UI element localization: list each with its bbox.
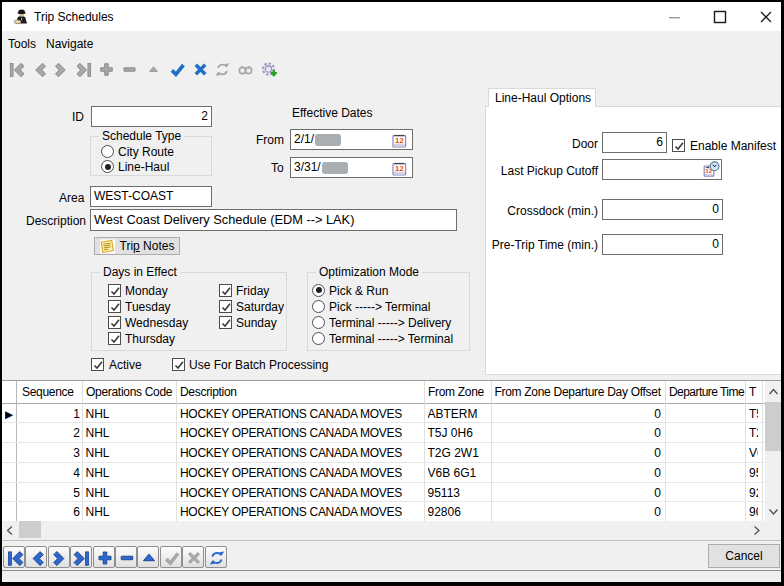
svg-text:12: 12 xyxy=(395,164,404,173)
svg-text:12: 12 xyxy=(395,136,404,145)
